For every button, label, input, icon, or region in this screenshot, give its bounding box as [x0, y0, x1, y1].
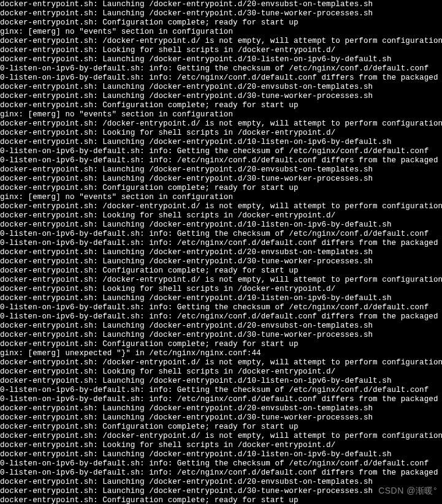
log-line: ginx: [emerg] no "events" section in con… [0, 110, 442, 119]
log-line: docker-entrypoint.sh: Launching /docker-… [0, 331, 442, 340]
log-line: docker-entrypoint.sh: Launching /docker-… [0, 92, 442, 101]
log-line: 0-listen-on-ipv6-by-default.sh: info: Ge… [0, 386, 442, 395]
log-line: 0-listen-on-ipv6-by-default.sh: info: /e… [0, 73, 442, 83]
log-line: 0-listen-on-ipv6-by-default.sh: info: Ge… [0, 303, 442, 312]
log-line: docker-entrypoint.sh: Configuration comp… [0, 423, 442, 432]
log-line: docker-entrypoint.sh: Launching /docker-… [0, 220, 442, 230]
log-line: docker-entrypoint.sh: Launching /docker-… [0, 0, 442, 9]
log-line: docker-entrypoint.sh: Launching /docker-… [0, 9, 442, 18]
log-line: docker-entrypoint.sh: Launching /docker-… [0, 450, 442, 459]
log-line: docker-entrypoint.sh: /docker-entrypoint… [0, 119, 442, 129]
log-line: 0-listen-on-ipv6-by-default.sh: info: /e… [0, 395, 442, 404]
terminal-output[interactable]: docker-entrypoint.sh: Launching /docker-… [0, 0, 442, 504]
log-line: 0-listen-on-ipv6-by-default.sh: info: /e… [0, 468, 442, 478]
log-line: docker-entrypoint.sh: Configuration comp… [0, 266, 442, 276]
log-line: docker-entrypoint.sh: Launching /docker-… [0, 413, 442, 423]
log-line: docker-entrypoint.sh: Launching /docker-… [0, 377, 442, 386]
log-line: docker-entrypoint.sh: Configuration comp… [0, 184, 442, 193]
log-line: docker-entrypoint.sh: /docker-entrypoint… [0, 358, 442, 367]
log-line: docker-entrypoint.sh: Launching /docker-… [0, 138, 442, 147]
log-line: docker-entrypoint.sh: Configuration comp… [0, 496, 442, 504]
log-line: docker-entrypoint.sh: /docker-entrypoint… [0, 202, 442, 211]
log-line: docker-entrypoint.sh: Launching /docker-… [0, 83, 442, 92]
log-line: docker-entrypoint.sh: Looking for shell … [0, 441, 442, 450]
log-line: docker-entrypoint.sh: Configuration comp… [0, 18, 442, 28]
log-line: docker-entrypoint.sh: Configuration comp… [0, 101, 442, 110]
log-line: 0-listen-on-ipv6-by-default.sh: info: /e… [0, 239, 442, 248]
log-line: docker-entrypoint.sh: Looking for shell … [0, 367, 442, 377]
log-line: docker-entrypoint.sh: /docker-entrypoint… [0, 37, 442, 46]
log-line: ginx: [emerg] unexpected "}" in /etc/ngi… [0, 349, 442, 358]
log-line: 0-listen-on-ipv6-by-default.sh: info: /e… [0, 156, 442, 165]
log-line: 0-listen-on-ipv6-by-default.sh: info: Ge… [0, 459, 442, 468]
log-line: docker-entrypoint.sh: Configuration comp… [0, 340, 442, 349]
log-line: docker-entrypoint.sh: Looking for shell … [0, 129, 442, 138]
log-line: docker-entrypoint.sh: Launching /docker-… [0, 404, 442, 413]
log-line: docker-entrypoint.sh: Launching /docker-… [0, 175, 442, 184]
log-line: docker-entrypoint.sh: Launching /docker-… [0, 322, 442, 331]
log-line: docker-entrypoint.sh: Launching /docker-… [0, 165, 442, 175]
log-line: docker-entrypoint.sh: Looking for shell … [0, 211, 442, 220]
log-line: 0-listen-on-ipv6-by-default.sh: info: Ge… [0, 64, 442, 73]
log-line: docker-entrypoint.sh: Launching /docker-… [0, 248, 442, 257]
log-line: ginx: [emerg] no "events" section in con… [0, 193, 442, 202]
log-line: ginx: [emerg] no "events" section in con… [0, 28, 442, 37]
log-line: 0-listen-on-ipv6-by-default.sh: info: /e… [0, 312, 442, 322]
log-line: docker-entrypoint.sh: /docker-entrypoint… [0, 432, 442, 441]
log-line: docker-entrypoint.sh: Launching /docker-… [0, 478, 442, 487]
log-line: docker-entrypoint.sh: Launching /docker-… [0, 294, 442, 303]
log-line: docker-entrypoint.sh: /docker-entrypoint… [0, 276, 442, 285]
log-line: docker-entrypoint.sh: Looking for shell … [0, 285, 442, 294]
log-line: docker-entrypoint.sh: Looking for shell … [0, 46, 442, 55]
log-line: 0-listen-on-ipv6-by-default.sh: info: Ge… [0, 147, 442, 156]
log-line: docker-entrypoint.sh: Launching /docker-… [0, 55, 442, 64]
log-line: docker-entrypoint.sh: Launching /docker-… [0, 257, 442, 266]
log-line: 0-listen-on-ipv6-by-default.sh: info: Ge… [0, 230, 442, 239]
log-line: docker-entrypoint.sh: Launching /docker-… [0, 487, 442, 496]
